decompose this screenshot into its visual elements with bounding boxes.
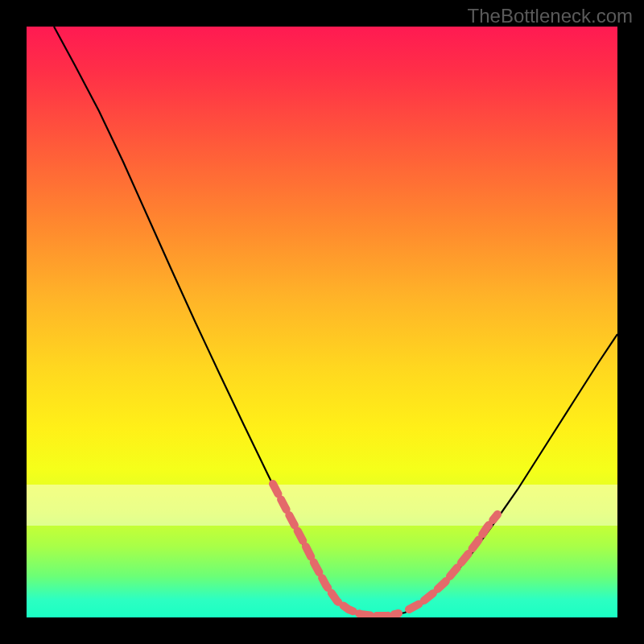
curve-layer xyxy=(27,27,617,617)
main-curve xyxy=(54,27,617,616)
salmon-dashes-right xyxy=(409,514,497,609)
plot-area xyxy=(27,27,617,617)
chart-frame: TheBottleneck.com xyxy=(0,0,644,644)
watermark-text: TheBottleneck.com xyxy=(468,5,633,27)
salmon-dashes-left xyxy=(273,484,398,616)
